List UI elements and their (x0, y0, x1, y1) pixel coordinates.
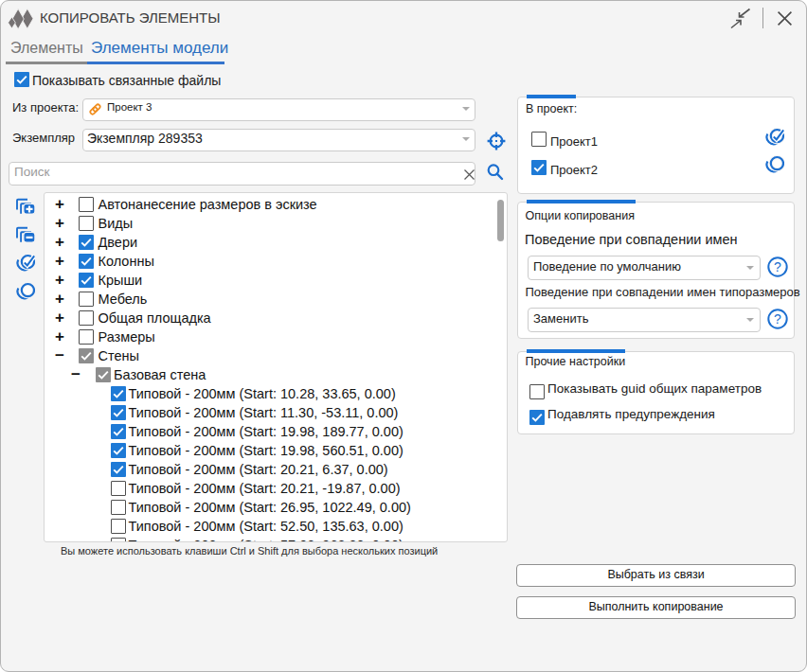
svg-text:?: ? (774, 311, 781, 327)
svg-text:?: ? (774, 259, 781, 274)
